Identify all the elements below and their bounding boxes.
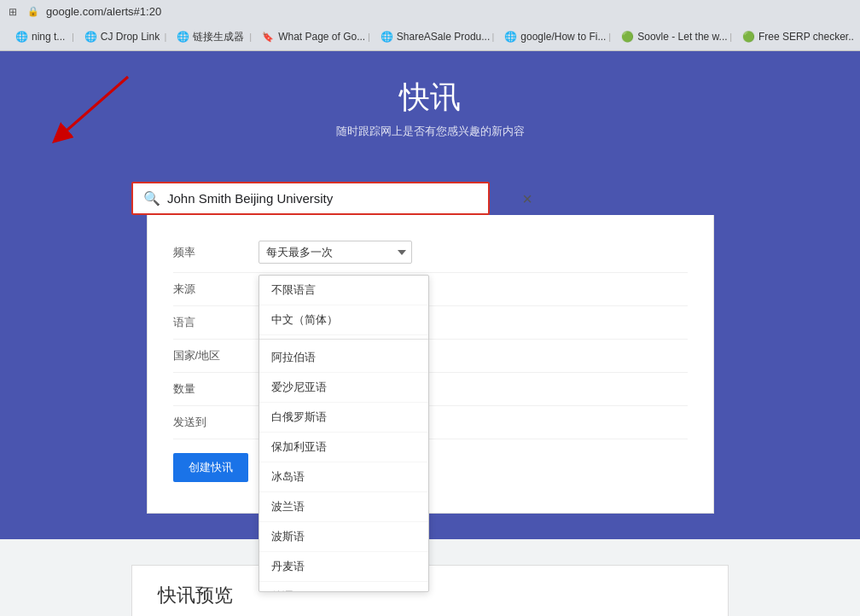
settings-body: 频率 每天最多一次 来源 语言 不限语言 (173, 232, 688, 496)
tab-label-6: Soovle - Let the w... (637, 31, 727, 43)
search-input[interactable]: John Smith Beijing University (167, 191, 478, 206)
tab-icon-0: 🌐 (15, 31, 27, 43)
dropdown-item-2[interactable]: 阿拉伯语 (259, 343, 428, 373)
action-row: 创建快讯 隐藏选项 ▲ (173, 439, 688, 496)
dropdown-item-1[interactable]: 中文（简体） (259, 305, 428, 335)
bookmark-icon: 🔖 (262, 32, 274, 43)
dropdown-divider (259, 339, 428, 340)
search-box[interactable]: 🔍 John Smith Beijing University (131, 182, 490, 215)
tab-divider: | (70, 32, 76, 42)
tab-icon-6: 🟢 (621, 31, 633, 43)
tab-icon-1: 🌐 (84, 31, 96, 43)
tab-label-3: What Page of Go... (278, 31, 365, 43)
tab-divider-5: | (490, 32, 496, 42)
region-label: 国家/地区 (173, 348, 241, 363)
tab-bar: 🌐 ning t... | 🌐 CJ Drop Link | 🌐 链接生成器 |… (0, 23, 860, 50)
tab-label-7: Free SERP checker... (758, 31, 853, 43)
tab-item-6[interactable]: 🟢 Soovle - Let the w... (613, 31, 728, 43)
tab-item-1[interactable]: 🌐 CJ Drop Link (76, 31, 163, 43)
tab-label-2: 链接生成器 (193, 30, 244, 44)
language-dropdown[interactable]: 不限语言 中文（简体） 阿拉伯语 爱沙尼亚语 白俄罗斯语 保加利亚语 冰岛语 波… (259, 275, 429, 592)
page-wrapper: 快讯 随时跟踪网上是否有您感兴趣的新内容 🔍 John Smith Beijin… (0, 51, 860, 616)
frequency-label: 频率 (173, 245, 241, 260)
tab-label-0: ning t... (32, 31, 65, 43)
tab-item-2[interactable]: 🌐 链接生成器 (168, 30, 247, 44)
tab-icon-4: 🌐 (381, 31, 392, 43)
alerts-subtitle: 随时跟踪网上是否有您感兴趣的新内容 (0, 124, 860, 139)
alerts-title: 快讯 (0, 77, 860, 119)
url-text: google.com/alerts#1:20 (46, 5, 161, 18)
dropdown-item-4[interactable]: 白俄罗斯语 (259, 403, 428, 433)
tab-item-4[interactable]: 🌐 ShareASale Produ... (372, 31, 491, 43)
dropdown-item-8[interactable]: 波斯语 (259, 522, 428, 552)
preview-title: 快讯预览 (158, 583, 702, 608)
settings-panel: 频率 每天最多一次 来源 语言 不限语言 (147, 215, 714, 514)
dropdown-item-5[interactable]: 保加利亚语 (259, 433, 428, 462)
tab-label-1: CJ Drop Link (101, 31, 160, 43)
quantity-row: 数量 (173, 373, 688, 406)
dropdown-scroll[interactable]: 不限语言 中文（简体） 阿拉伯语 爱沙尼亚语 白俄罗斯语 保加利亚语 冰岛语 波… (259, 276, 428, 591)
dropdown-item-7[interactable]: 波兰语 (259, 492, 428, 522)
preview-section: 快讯预览 没有与您的搜索查询相符的 查询相符的现有结果。 (131, 565, 729, 616)
tab-icon-7: 🟢 (742, 31, 754, 43)
tab-label-4: ShareASale Produ... (397, 31, 490, 43)
dropdown-item-3[interactable]: 爱沙尼亚语 (259, 373, 428, 403)
dropdown-item-10[interactable]: 德语 (259, 582, 428, 591)
dropdown-item-0[interactable]: 不限语言 (259, 276, 428, 305)
source-row: 来源 (173, 273, 688, 306)
tab-divider-4: | (366, 32, 372, 42)
frequency-row: 频率 每天最多一次 (173, 232, 688, 273)
tab-item-3[interactable]: 🔖 What Page of Go... (253, 31, 366, 43)
source-label: 来源 (173, 282, 241, 297)
tab-divider-2: | (162, 32, 168, 42)
tab-icon-2: 🌐 (177, 31, 189, 43)
search-box-container: 🔍 John Smith Beijing University × (131, 182, 490, 215)
language-row: 语言 不限语言 中文（简体） 阿拉伯语 爱沙尼亚语 白俄罗斯语 保加利亚语 (173, 306, 688, 340)
sendto-row: 发送到 (173, 406, 688, 439)
dropdown-item-6[interactable]: 冰岛语 (259, 462, 428, 492)
create-alert-button[interactable]: 创建快讯 (173, 453, 248, 482)
tab-item-7[interactable]: 🟢 Free SERP checker... (734, 31, 853, 43)
window-icon: ⊞ (9, 6, 20, 18)
alerts-header: 快讯 随时跟踪网上是否有您感兴趣的新内容 (0, 51, 860, 165)
dropdown-item-9[interactable]: 丹麦语 (259, 552, 428, 582)
tab-divider-6: | (607, 32, 613, 42)
address-bar: ⊞ 🔒 google.com/alerts#1:20 (0, 0, 860, 23)
tab-label-5: google/How to Fi... (520, 31, 606, 43)
search-icon: 🔍 (143, 190, 160, 206)
tab-item-5[interactable]: 🌐 google/How to Fi... (496, 31, 607, 43)
search-clear-button[interactable]: × (522, 189, 532, 208)
tab-divider-7: | (728, 32, 734, 42)
quantity-label: 数量 (173, 381, 241, 397)
frequency-select[interactable]: 每天最多一次 (259, 241, 412, 264)
browser-chrome: ⊞ 🔒 google.com/alerts#1:20 🌐 ning t... |… (0, 0, 860, 51)
language-label: 语言 (173, 315, 241, 330)
tab-divider-3: | (247, 32, 253, 42)
sendto-label: 发送到 (173, 415, 241, 430)
lock-icon: 🔒 (27, 6, 39, 17)
region-row: 国家/地区 (173, 340, 688, 373)
tab-item-0[interactable]: 🌐 ning t... (7, 31, 70, 43)
tab-icon-5: 🌐 (504, 31, 516, 43)
